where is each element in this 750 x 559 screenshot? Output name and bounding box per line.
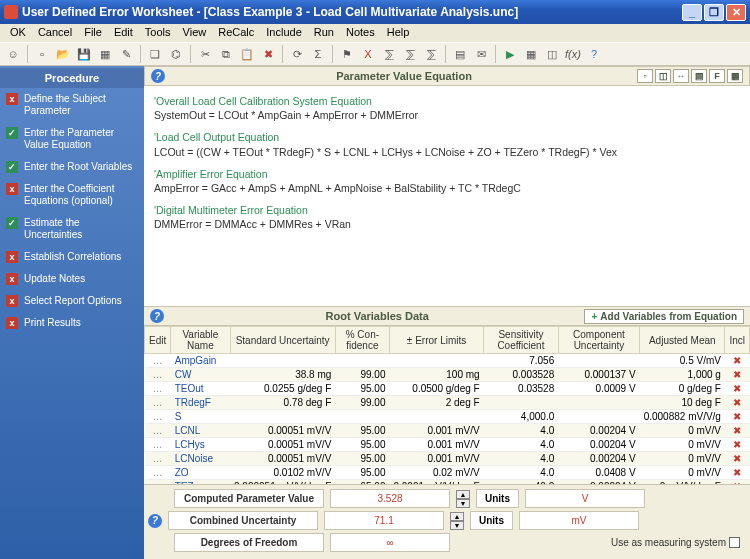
- conf-cell[interactable]: [335, 354, 389, 368]
- panel-btn-1[interactable]: ▫: [637, 69, 653, 83]
- am-cell[interactable]: 10 deg F: [640, 396, 725, 410]
- name-cell[interactable]: ZO: [171, 466, 230, 480]
- su-cell[interactable]: 0.78 deg F: [230, 396, 335, 410]
- incl-cell[interactable]: ✖: [725, 382, 750, 396]
- cu-units[interactable]: mV: [519, 511, 639, 530]
- column-header[interactable]: Standard Uncertainty: [230, 327, 335, 354]
- column-header[interactable]: Component Uncertainty: [558, 327, 639, 354]
- name-cell[interactable]: TRdegF: [171, 396, 230, 410]
- table-row[interactable]: …TEOut0.0255 g/deg F95.000.0500 g/deg F0…: [145, 382, 750, 396]
- cu-value[interactable]: 71.1: [324, 511, 444, 530]
- cu-cell[interactable]: [558, 410, 639, 424]
- sidebar-item-1[interactable]: ✓Enter the Parameter Value Equation: [0, 122, 144, 156]
- incl-cell[interactable]: ✖: [725, 410, 750, 424]
- mail-icon[interactable]: ✉: [472, 45, 490, 63]
- sc-cell[interactable]: 0.03528: [484, 382, 559, 396]
- edit-cell[interactable]: …: [145, 438, 171, 452]
- stats2-icon[interactable]: ⅀: [401, 45, 419, 63]
- menu-edit[interactable]: Edit: [108, 24, 139, 42]
- cpv-spinner[interactable]: ▲▼: [456, 490, 470, 508]
- su-cell[interactable]: 0.00051 mV/V: [230, 438, 335, 452]
- sc-cell[interactable]: 4.0: [484, 452, 559, 466]
- panel-btn-4[interactable]: ▤: [691, 69, 707, 83]
- am-cell[interactable]: 0 mV/V: [640, 452, 725, 466]
- recalc-icon[interactable]: ⟳: [288, 45, 306, 63]
- help-icon[interactable]: ?: [151, 69, 165, 83]
- layers-icon[interactable]: ❏: [146, 45, 164, 63]
- variables-table-wrap[interactable]: EditVariable NameStandard Uncertainty% C…: [144, 326, 750, 484]
- stats3-icon[interactable]: ⅀: [422, 45, 440, 63]
- su-cell[interactable]: [230, 410, 335, 424]
- am-cell[interactable]: 1,000 g: [640, 368, 725, 382]
- name-cell[interactable]: LCHys: [171, 438, 230, 452]
- su-cell[interactable]: 0.00051 mV/V: [230, 424, 335, 438]
- table-row[interactable]: …LCNoise0.00051 mV/V95.000.001 mV/V4.00.…: [145, 452, 750, 466]
- cu-spinner[interactable]: ▲▼: [450, 512, 464, 530]
- conf-cell[interactable]: 95.00: [335, 452, 389, 466]
- menu-include[interactable]: Include: [260, 24, 307, 42]
- table-row[interactable]: …LCNL0.00051 mV/V95.000.001 mV/V4.00.002…: [145, 424, 750, 438]
- report-icon[interactable]: ▤: [451, 45, 469, 63]
- incl-cell[interactable]: ✖: [725, 452, 750, 466]
- menu-recalc[interactable]: ReCalc: [212, 24, 260, 42]
- delete-icon[interactable]: ✖: [259, 45, 277, 63]
- menu-file[interactable]: File: [78, 24, 108, 42]
- edit-cell[interactable]: …: [145, 452, 171, 466]
- cu-cell[interactable]: 0.00204 V: [558, 438, 639, 452]
- panel-btn-3[interactable]: ↔: [673, 69, 689, 83]
- panel-btn-6[interactable]: ▦: [727, 69, 743, 83]
- cu-cell[interactable]: 0.00204 V: [558, 424, 639, 438]
- edit-cell[interactable]: …: [145, 354, 171, 368]
- edit-cell[interactable]: …: [145, 410, 171, 424]
- conf-cell[interactable]: 95.00: [335, 438, 389, 452]
- panel-btn-5[interactable]: F: [709, 69, 725, 83]
- x-red-icon[interactable]: X: [359, 45, 377, 63]
- sc-cell[interactable]: 0.003528: [484, 368, 559, 382]
- dof-value[interactable]: ∞: [330, 533, 450, 552]
- am-cell[interactable]: 0.000882 mV/V/g: [640, 410, 725, 424]
- cut-icon[interactable]: ✂: [196, 45, 214, 63]
- column-header[interactable]: ± Error Limits: [389, 327, 483, 354]
- table-row[interactable]: …ZO0.0102 mV/V95.000.02 mV/V4.00.0408 V0…: [145, 466, 750, 480]
- menu-help[interactable]: Help: [381, 24, 416, 42]
- conf-cell[interactable]: 99.00: [335, 396, 389, 410]
- table-row[interactable]: …LCHys0.00051 mV/V95.000.001 mV/V4.00.00…: [145, 438, 750, 452]
- column-header[interactable]: Sensitivity Coefficient: [484, 327, 559, 354]
- sc-cell[interactable]: 7.056: [484, 354, 559, 368]
- table-row[interactable]: …CW38.8 mg99.00100 mg0.0035280.000137 V1…: [145, 368, 750, 382]
- tree-icon[interactable]: ⌬: [167, 45, 185, 63]
- table-row[interactable]: …S4,000.00.000882 mV/V/g✖: [145, 410, 750, 424]
- paste-icon[interactable]: 📋: [238, 45, 256, 63]
- copy-icon[interactable]: ⧉: [217, 45, 235, 63]
- sc-cell[interactable]: 4.0: [484, 466, 559, 480]
- flag-icon[interactable]: ⚑: [338, 45, 356, 63]
- incl-cell[interactable]: ✖: [725, 424, 750, 438]
- cu-cell[interactable]: 0.00204 V: [558, 452, 639, 466]
- menu-view[interactable]: View: [177, 24, 213, 42]
- el-cell[interactable]: 2 deg F: [389, 396, 483, 410]
- el-cell[interactable]: 0.0500 g/deg F: [389, 382, 483, 396]
- open-icon[interactable]: 📂: [54, 45, 72, 63]
- conf-cell[interactable]: [335, 410, 389, 424]
- menu-ok[interactable]: OK: [4, 24, 32, 42]
- close-button[interactable]: ✕: [726, 4, 746, 21]
- am-cell[interactable]: 0.5 V/mV: [640, 354, 725, 368]
- sidebar-item-6[interactable]: xUpdate Notes: [0, 268, 144, 290]
- su-cell[interactable]: 0.0255 g/deg F: [230, 382, 335, 396]
- menu-run[interactable]: Run: [308, 24, 340, 42]
- su-cell[interactable]: [230, 354, 335, 368]
- help-icon[interactable]: ?: [585, 45, 603, 63]
- sidebar-item-5[interactable]: xEstablish Correlations: [0, 246, 144, 268]
- am-cell[interactable]: 0 mV/V: [640, 424, 725, 438]
- maximize-button[interactable]: ❐: [704, 4, 724, 21]
- edit-cell[interactable]: …: [145, 382, 171, 396]
- table-row[interactable]: …AmpGain7.0560.5 V/mV✖: [145, 354, 750, 368]
- el-cell[interactable]: 0.001 mV/V: [389, 438, 483, 452]
- cu-cell[interactable]: 0.0408 V: [558, 466, 639, 480]
- conf-cell[interactable]: 95.00: [335, 382, 389, 396]
- column-header[interactable]: Variable Name: [171, 327, 230, 354]
- edit-cell[interactable]: …: [145, 424, 171, 438]
- menu-cancel[interactable]: Cancel: [32, 24, 78, 42]
- add-variables-button[interactable]: +Add Variables from Equation: [584, 309, 744, 324]
- sidebar-item-7[interactable]: xSelect Report Options: [0, 290, 144, 312]
